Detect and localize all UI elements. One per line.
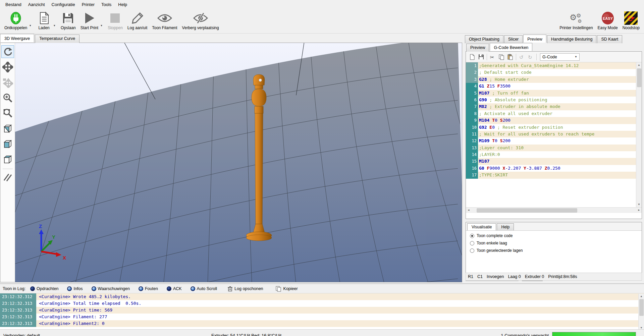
redo-button[interactable]: ↻ [526, 53, 535, 61]
scroll-left-icon[interactable]: ◄ [466, 208, 471, 213]
toolbar-left-group: Ontkoppelen▾Laden▾OpslaanStart Print▾Sto… [2, 10, 557, 31]
scroll-up-icon[interactable]: ▲ [639, 294, 644, 299]
cut-button[interactable]: ✂ [488, 53, 497, 61]
connection-status: Verbonden: default [3, 333, 211, 336]
radio-option-toon-complete-code[interactable]: Toon complete code [470, 233, 642, 238]
gcode-line: 15M107 [466, 158, 642, 165]
line-number: 12 [466, 137, 478, 144]
scroll-down-icon[interactable]: ▼ [636, 202, 642, 207]
pan-tool[interactable] [1, 61, 14, 73]
view-tab-temperatuur-curve[interactable]: Temperatuur Curve [35, 35, 79, 43]
gcode-text-area[interactable]: 1;Generated with Cura_SteamEngine 14.122… [466, 62, 642, 207]
copy-button[interactable] [497, 53, 506, 61]
radio-icon[interactable] [470, 241, 474, 245]
printer-instellingen-button[interactable]: ⚙⚙⚙Printer Instellingen [557, 10, 595, 31]
toolbar-button-label: Log aan/uit [127, 25, 147, 30]
dropdown-arrow-icon[interactable]: ▾ [101, 14, 105, 27]
svg-text:⚙: ⚙ [570, 13, 577, 22]
easy-mode-button[interactable]: EASYEasy Mode [595, 10, 620, 31]
new-doc-button[interactable] [468, 53, 477, 61]
undo-button[interactable]: ↺ [518, 53, 526, 61]
zoom-in-tool[interactable] [1, 92, 14, 104]
iso-view-tool-icon [2, 123, 13, 134]
log-row: 23:12:32.313<CuraEngine> Total time elap… [0, 300, 644, 307]
scroll-up-icon[interactable]: ▲ [636, 62, 642, 68]
opslaan-button[interactable]: Opslaan [58, 10, 78, 31]
line-number: 10 [466, 124, 478, 131]
svg-text:EASY: EASY [603, 16, 613, 20]
gcode-line-text: G90 ; Absolute positioning [478, 97, 642, 103]
right-tab-handmatige-besturing[interactable]: Handmatige Besturing [547, 35, 597, 43]
toon-filament-button[interactable]: Toon Filament [150, 10, 179, 31]
right-tab-object-plaatsing[interactable]: Object Plaatsing [465, 35, 503, 43]
menu-item-printer[interactable]: Printer [78, 1, 98, 8]
3d-viewport[interactable]: Z Y X [15, 43, 462, 282]
toolbar-button-label: Verberg verplaatsing [182, 25, 219, 30]
rotate-tool[interactable] [1, 45, 14, 58]
log-row: 23:12:32.313<CuraEngine> Print time: 569 [0, 307, 644, 314]
scroll-thumb[interactable] [637, 68, 641, 87]
radio-icon[interactable] [470, 234, 474, 238]
log-scrollbar[interactable]: ▲ ▼ [638, 294, 644, 329]
save-button[interactable] [477, 53, 485, 61]
dropdown-arrow-icon[interactable]: ▾ [30, 14, 34, 27]
toolbar-button-label: Start Print [80, 25, 98, 30]
start-print-button[interactable]: Start Print [78, 10, 101, 31]
view-tab-strip: 3D WeergaveTemperatuur Curve [0, 35, 80, 43]
subtab-g-code-bewerken[interactable]: G-Code Bewerken [490, 43, 532, 51]
log-toggle-infos[interactable]: Infos [67, 286, 83, 291]
menu-item-bestand[interactable]: Bestand [2, 1, 25, 8]
noodstop-button[interactable]: ⟳Noodstop [620, 10, 642, 31]
gcode-vertical-scrollbar[interactable]: ▲ ▼ [636, 62, 642, 207]
radio-option-toon-enkele-laag[interactable]: Toon enkele laag [470, 241, 642, 245]
move-object-tool[interactable] [1, 76, 14, 89]
queue-progress-bar [552, 332, 636, 336]
menu-item-help[interactable]: Help [115, 1, 130, 8]
radio-icon[interactable] [470, 248, 474, 253]
verberg-verplaatsing-button[interactable]: Verberg verplaatsing [180, 10, 221, 31]
scroll-thumb[interactable] [639, 299, 644, 316]
zoom-in-tool-icon [3, 93, 13, 103]
vis-tab-help[interactable]: Help [497, 223, 514, 230]
zoom-fit-tool[interactable] [1, 107, 14, 120]
parallel-projection-tool[interactable] [1, 171, 14, 184]
document-icon [38, 11, 50, 25]
stoppen-button[interactable]: Stoppen [105, 10, 125, 31]
gcode-type-dropdown[interactable]: G-Code▼ [540, 53, 580, 61]
menu-item-aanzicht[interactable]: Aanzicht [25, 1, 48, 8]
scroll-thumb-horizontal[interactable] [477, 208, 577, 213]
gcode-line: 1;Generated with Cura_SteamEngine 14.12 [466, 62, 642, 69]
right-tab-preview[interactable]: Preview [523, 35, 546, 43]
iso-view-tool[interactable] [1, 122, 14, 135]
log-toggle-ack[interactable]: ACK [167, 286, 182, 291]
scroll-down-icon[interactable]: ▼ [639, 326, 644, 329]
ontkoppelen-button[interactable]: Ontkoppelen [2, 10, 30, 31]
view-tab-3d-weergave[interactable]: 3D Weergave [0, 34, 34, 42]
paste-button[interactable] [506, 53, 515, 61]
gcode-horizontal-scrollbar[interactable]: ◄ ► [466, 207, 642, 213]
right-tab-slicer[interactable]: Slicer [504, 35, 523, 43]
toolbar-separator [516, 54, 516, 60]
log-toggle-waarschuwingen[interactable]: Waarschuwingen [92, 286, 130, 291]
menu-item-configuratie[interactable]: Configuratie [48, 1, 78, 8]
top-view-tool[interactable] [1, 153, 14, 166]
log-action-kopieer[interactable]: Kopieer [273, 286, 298, 292]
log-aan-uit-button[interactable]: Log aan/uit [125, 10, 150, 31]
laden-button[interactable]: Laden [34, 10, 54, 31]
log-toggle-opdrachten[interactable]: Opdrachten [30, 286, 58, 291]
log-toggle-fouten[interactable]: Fouten [139, 286, 158, 291]
right-tab-sd-kaart[interactable]: SD Kaart [597, 35, 622, 43]
gcode-line: 14;LAYER:0 [466, 151, 642, 158]
rotate-tool-icon [3, 47, 13, 57]
subtab-preview[interactable]: Preview [466, 44, 489, 52]
vis-tab-visualisatie[interactable]: Visualisatie [467, 223, 496, 230]
log-toggle-auto-scroll[interactable]: Auto Scroll [191, 286, 217, 291]
line-number: 13 [466, 145, 478, 151]
undo-icon: ↺ [519, 54, 525, 60]
radio-option-toon-geselecteerde-lagen[interactable]: Toon geselecteerde lagen [470, 248, 642, 253]
scroll-right-icon[interactable]: ► [636, 208, 642, 213]
dropdown-arrow-icon[interactable]: ▾ [54, 14, 58, 27]
menu-item-tools[interactable]: Tools [98, 1, 115, 8]
front-view-tool[interactable] [1, 138, 14, 151]
log-action-log-opschonen[interactable]: Log opschonen [226, 286, 263, 291]
